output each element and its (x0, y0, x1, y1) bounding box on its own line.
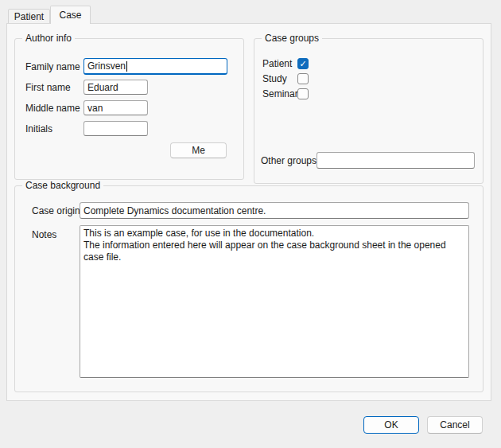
other-groups-input[interactable] (317, 152, 475, 169)
case-groups-group: Case groups Patient ✓ Study Seminar Othe… (254, 38, 484, 184)
author-info-group: Author info Family name Grinsven First n… (14, 38, 244, 180)
case-dialog: { "tabs": { "patient": "Patient", "case"… (0, 0, 501, 448)
notes-textarea[interactable]: This is an example case, for use in the … (80, 225, 469, 378)
study-checkbox-label: Study (262, 73, 287, 84)
initials-label: Initials (25, 123, 52, 134)
patient-checkbox-label: Patient (262, 58, 292, 69)
text-caret (126, 61, 127, 72)
cancel-button[interactable]: Cancel (427, 416, 483, 434)
middle-name-label: Middle name (25, 103, 80, 114)
case-groups-title: Case groups (262, 33, 322, 44)
study-checkbox[interactable] (297, 73, 309, 84)
checkmark-icon: ✓ (299, 59, 306, 68)
family-name-text: Grinsven (87, 60, 126, 72)
tab-patient[interactable]: Patient (8, 9, 50, 24)
family-name-input[interactable]: Grinsven (84, 58, 227, 75)
first-name-input[interactable] (84, 80, 148, 95)
case-background-title: Case background (22, 181, 103, 191)
initials-input[interactable] (84, 121, 148, 136)
first-name-label: First name (25, 82, 71, 93)
case-origin-input[interactable] (80, 202, 469, 219)
author-info-title: Author info (22, 33, 75, 44)
patient-checkbox[interactable]: ✓ (297, 58, 309, 69)
me-button[interactable]: Me (170, 142, 227, 158)
seminar-checkbox-label: Seminar (262, 88, 298, 99)
seminar-checkbox[interactable] (297, 88, 309, 99)
notes-label: Notes (32, 229, 56, 240)
other-groups-label: Other groups (261, 155, 317, 166)
tab-case[interactable]: Case (50, 6, 91, 24)
ok-button[interactable]: OK (363, 416, 419, 434)
middle-name-input[interactable] (84, 100, 148, 115)
case-origin-label: Case origin (32, 205, 80, 216)
case-background-group: Case background Case origin Notes This i… (14, 185, 484, 392)
family-name-label: Family name (25, 61, 80, 72)
case-tab-page: Author info Family name Grinsven First n… (6, 23, 491, 401)
